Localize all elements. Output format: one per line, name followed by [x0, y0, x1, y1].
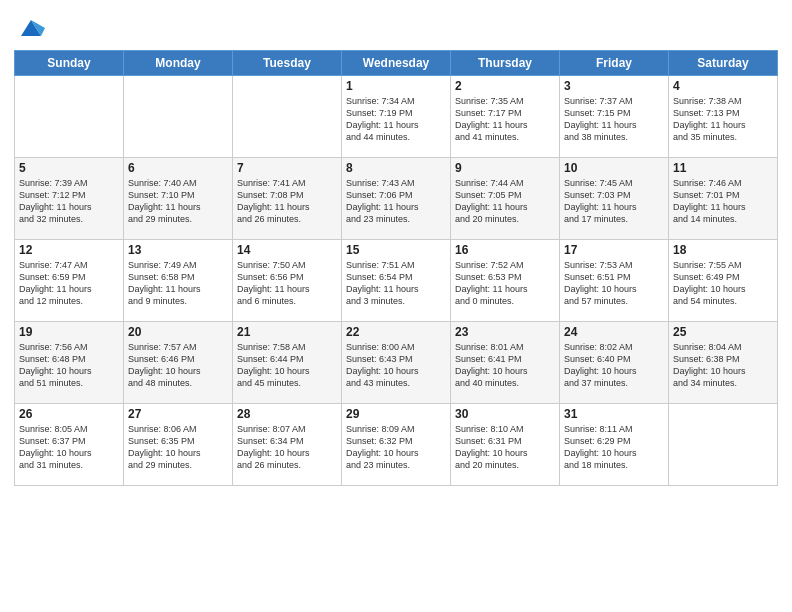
day-number: 4: [673, 79, 773, 93]
weekday-header-row: SundayMondayTuesdayWednesdayThursdayFrid…: [15, 51, 778, 76]
day-number: 25: [673, 325, 773, 339]
day-number: 20: [128, 325, 228, 339]
day-info: Sunrise: 8:04 AM Sunset: 6:38 PM Dayligh…: [673, 341, 773, 390]
calendar-cell: 14Sunrise: 7:50 AM Sunset: 6:56 PM Dayli…: [233, 240, 342, 322]
day-info: Sunrise: 7:53 AM Sunset: 6:51 PM Dayligh…: [564, 259, 664, 308]
calendar-cell: 5Sunrise: 7:39 AM Sunset: 7:12 PM Daylig…: [15, 158, 124, 240]
weekday-wednesday: Wednesday: [342, 51, 451, 76]
calendar-cell: 29Sunrise: 8:09 AM Sunset: 6:32 PM Dayli…: [342, 404, 451, 486]
week-row-0: 1Sunrise: 7:34 AM Sunset: 7:19 PM Daylig…: [15, 76, 778, 158]
calendar-cell: 8Sunrise: 7:43 AM Sunset: 7:06 PM Daylig…: [342, 158, 451, 240]
day-number: 31: [564, 407, 664, 421]
day-number: 7: [237, 161, 337, 175]
day-number: 19: [19, 325, 119, 339]
weekday-monday: Monday: [124, 51, 233, 76]
week-row-2: 12Sunrise: 7:47 AM Sunset: 6:59 PM Dayli…: [15, 240, 778, 322]
day-number: 29: [346, 407, 446, 421]
day-info: Sunrise: 7:50 AM Sunset: 6:56 PM Dayligh…: [237, 259, 337, 308]
day-number: 12: [19, 243, 119, 257]
calendar-cell: [124, 76, 233, 158]
day-info: Sunrise: 7:34 AM Sunset: 7:19 PM Dayligh…: [346, 95, 446, 144]
day-number: 27: [128, 407, 228, 421]
calendar-cell: 17Sunrise: 7:53 AM Sunset: 6:51 PM Dayli…: [560, 240, 669, 322]
day-number: 16: [455, 243, 555, 257]
day-number: 5: [19, 161, 119, 175]
calendar-cell: 4Sunrise: 7:38 AM Sunset: 7:13 PM Daylig…: [669, 76, 778, 158]
day-number: 30: [455, 407, 555, 421]
day-info: Sunrise: 8:07 AM Sunset: 6:34 PM Dayligh…: [237, 423, 337, 472]
calendar-cell: 27Sunrise: 8:06 AM Sunset: 6:35 PM Dayli…: [124, 404, 233, 486]
logo-icon: [17, 14, 45, 42]
day-number: 26: [19, 407, 119, 421]
day-number: 9: [455, 161, 555, 175]
week-row-3: 19Sunrise: 7:56 AM Sunset: 6:48 PM Dayli…: [15, 322, 778, 404]
calendar-cell: 16Sunrise: 7:52 AM Sunset: 6:53 PM Dayli…: [451, 240, 560, 322]
calendar-cell: 11Sunrise: 7:46 AM Sunset: 7:01 PM Dayli…: [669, 158, 778, 240]
calendar-cell: 3Sunrise: 7:37 AM Sunset: 7:15 PM Daylig…: [560, 76, 669, 158]
day-number: 28: [237, 407, 337, 421]
day-info: Sunrise: 7:37 AM Sunset: 7:15 PM Dayligh…: [564, 95, 664, 144]
calendar-table: SundayMondayTuesdayWednesdayThursdayFrid…: [14, 50, 778, 486]
calendar-cell: 19Sunrise: 7:56 AM Sunset: 6:48 PM Dayli…: [15, 322, 124, 404]
day-info: Sunrise: 7:51 AM Sunset: 6:54 PM Dayligh…: [346, 259, 446, 308]
calendar-cell: 31Sunrise: 8:11 AM Sunset: 6:29 PM Dayli…: [560, 404, 669, 486]
day-number: 1: [346, 79, 446, 93]
day-number: 21: [237, 325, 337, 339]
calendar-cell: 18Sunrise: 7:55 AM Sunset: 6:49 PM Dayli…: [669, 240, 778, 322]
day-info: Sunrise: 7:44 AM Sunset: 7:05 PM Dayligh…: [455, 177, 555, 226]
day-number: 14: [237, 243, 337, 257]
day-number: 6: [128, 161, 228, 175]
day-info: Sunrise: 7:46 AM Sunset: 7:01 PM Dayligh…: [673, 177, 773, 226]
weekday-thursday: Thursday: [451, 51, 560, 76]
logo: [14, 14, 45, 42]
day-info: Sunrise: 8:09 AM Sunset: 6:32 PM Dayligh…: [346, 423, 446, 472]
calendar-cell: 15Sunrise: 7:51 AM Sunset: 6:54 PM Dayli…: [342, 240, 451, 322]
day-number: 22: [346, 325, 446, 339]
day-info: Sunrise: 8:10 AM Sunset: 6:31 PM Dayligh…: [455, 423, 555, 472]
day-info: Sunrise: 7:38 AM Sunset: 7:13 PM Dayligh…: [673, 95, 773, 144]
day-info: Sunrise: 7:41 AM Sunset: 7:08 PM Dayligh…: [237, 177, 337, 226]
day-info: Sunrise: 7:56 AM Sunset: 6:48 PM Dayligh…: [19, 341, 119, 390]
day-number: 11: [673, 161, 773, 175]
day-info: Sunrise: 7:40 AM Sunset: 7:10 PM Dayligh…: [128, 177, 228, 226]
day-number: 17: [564, 243, 664, 257]
day-info: Sunrise: 8:11 AM Sunset: 6:29 PM Dayligh…: [564, 423, 664, 472]
calendar-cell: 22Sunrise: 8:00 AM Sunset: 6:43 PM Dayli…: [342, 322, 451, 404]
day-number: 3: [564, 79, 664, 93]
day-info: Sunrise: 7:35 AM Sunset: 7:17 PM Dayligh…: [455, 95, 555, 144]
calendar-cell: 10Sunrise: 7:45 AM Sunset: 7:03 PM Dayli…: [560, 158, 669, 240]
calendar-cell: 28Sunrise: 8:07 AM Sunset: 6:34 PM Dayli…: [233, 404, 342, 486]
day-info: Sunrise: 8:00 AM Sunset: 6:43 PM Dayligh…: [346, 341, 446, 390]
header: [14, 10, 778, 42]
day-number: 23: [455, 325, 555, 339]
day-number: 2: [455, 79, 555, 93]
calendar-cell: 13Sunrise: 7:49 AM Sunset: 6:58 PM Dayli…: [124, 240, 233, 322]
calendar-cell: 6Sunrise: 7:40 AM Sunset: 7:10 PM Daylig…: [124, 158, 233, 240]
day-number: 8: [346, 161, 446, 175]
day-info: Sunrise: 7:43 AM Sunset: 7:06 PM Dayligh…: [346, 177, 446, 226]
calendar-cell: 2Sunrise: 7:35 AM Sunset: 7:17 PM Daylig…: [451, 76, 560, 158]
day-info: Sunrise: 7:58 AM Sunset: 6:44 PM Dayligh…: [237, 341, 337, 390]
day-info: Sunrise: 7:55 AM Sunset: 6:49 PM Dayligh…: [673, 259, 773, 308]
day-info: Sunrise: 7:39 AM Sunset: 7:12 PM Dayligh…: [19, 177, 119, 226]
weekday-sunday: Sunday: [15, 51, 124, 76]
calendar-cell: 26Sunrise: 8:05 AM Sunset: 6:37 PM Dayli…: [15, 404, 124, 486]
day-number: 18: [673, 243, 773, 257]
calendar-cell: [669, 404, 778, 486]
day-info: Sunrise: 8:02 AM Sunset: 6:40 PM Dayligh…: [564, 341, 664, 390]
day-info: Sunrise: 7:47 AM Sunset: 6:59 PM Dayligh…: [19, 259, 119, 308]
day-info: Sunrise: 7:45 AM Sunset: 7:03 PM Dayligh…: [564, 177, 664, 226]
calendar-cell: [233, 76, 342, 158]
calendar-cell: 30Sunrise: 8:10 AM Sunset: 6:31 PM Dayli…: [451, 404, 560, 486]
day-info: Sunrise: 7:49 AM Sunset: 6:58 PM Dayligh…: [128, 259, 228, 308]
calendar-cell: 21Sunrise: 7:58 AM Sunset: 6:44 PM Dayli…: [233, 322, 342, 404]
day-number: 13: [128, 243, 228, 257]
weekday-tuesday: Tuesday: [233, 51, 342, 76]
calendar-cell: 7Sunrise: 7:41 AM Sunset: 7:08 PM Daylig…: [233, 158, 342, 240]
page: SundayMondayTuesdayWednesdayThursdayFrid…: [0, 0, 792, 612]
week-row-4: 26Sunrise: 8:05 AM Sunset: 6:37 PM Dayli…: [15, 404, 778, 486]
day-number: 10: [564, 161, 664, 175]
calendar-cell: 1Sunrise: 7:34 AM Sunset: 7:19 PM Daylig…: [342, 76, 451, 158]
calendar-cell: 24Sunrise: 8:02 AM Sunset: 6:40 PM Dayli…: [560, 322, 669, 404]
day-info: Sunrise: 7:57 AM Sunset: 6:46 PM Dayligh…: [128, 341, 228, 390]
